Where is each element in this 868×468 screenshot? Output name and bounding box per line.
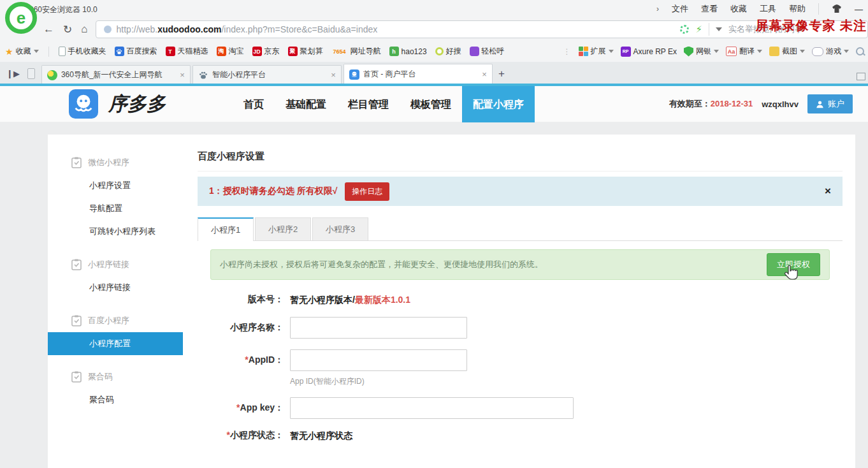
- skin-theme-icon[interactable]: [832, 4, 842, 13]
- main-content: 百度小程序设置 1：授权时请务必勾选 所有权限√ 操作日志 × 小程序1 小程序…: [183, 135, 855, 468]
- browser-titlebar: 360安全浏览器 10.0 › 文件 查看 收藏 工具 帮助 —: [0, 0, 868, 18]
- toolbar-netbank[interactable]: 网银: [684, 46, 719, 57]
- new-tab-button[interactable]: +: [498, 68, 505, 80]
- caret-down-icon: [714, 50, 719, 53]
- bookmark-7654-nav[interactable]: 7654 网址导航: [331, 46, 381, 57]
- bookmark-mobile-favorites[interactable]: 手机收藏夹: [59, 46, 106, 57]
- tab-miniprogram-2[interactable]: 小程序2: [255, 217, 311, 240]
- appid-input[interactable]: [290, 349, 467, 371]
- nav-column-mgmt[interactable]: 栏目管理: [337, 86, 400, 122]
- caret-down-icon: [34, 50, 39, 53]
- close-icon[interactable]: ×: [180, 70, 185, 80]
- notice-text: 1：授权时请务必勾选 所有权限√: [209, 186, 337, 197]
- menu-view[interactable]: 查看: [701, 3, 718, 15]
- bookmark-jd[interactable]: JD 京东: [252, 46, 280, 57]
- panel-toggle-icon[interactable]: ❙▶: [6, 69, 20, 78]
- operation-log-button[interactable]: 操作日志: [345, 182, 389, 201]
- toolbar-axure[interactable]: RP Axure RP Ex: [621, 47, 677, 57]
- sidebar-section-links: 小程序链接: [48, 253, 183, 276]
- caret-down-icon: [609, 50, 614, 53]
- sidebar-item-aggregate-code[interactable]: 聚合码: [48, 388, 183, 411]
- hao123-icon: h: [389, 47, 399, 56]
- speed-bolt-icon[interactable]: ⚡: [695, 24, 702, 35]
- back-button[interactable]: ←: [43, 23, 54, 36]
- caret-down-icon: [757, 50, 762, 53]
- appkey-input[interactable]: [290, 397, 574, 419]
- divider: [48, 47, 49, 57]
- bookmark-taobao[interactable]: 淘 淘宝: [217, 46, 244, 57]
- bookmark-hao123[interactable]: h hao123: [389, 47, 427, 56]
- bookmark-qingsonghu[interactable]: 轻松呼: [470, 46, 505, 57]
- divider: [709, 23, 709, 36]
- toolbar-screenshot[interactable]: 截图: [769, 46, 805, 57]
- xuduoduo-favicon: [349, 69, 359, 80]
- menu-help[interactable]: 帮助: [789, 3, 806, 15]
- sidebar-item-miniprogram-link[interactable]: 小程序链接: [48, 276, 183, 299]
- menu-favorites[interactable]: 收藏: [730, 3, 747, 15]
- tab-merchant-platform[interactable]: 首页 - 商户平台 ×: [344, 64, 493, 84]
- address-bar[interactable]: http://web.xudoodoo.com/index.php?m=Stor…: [96, 20, 868, 38]
- favorites-button[interactable]: ★ 收藏: [5, 46, 39, 57]
- mobile-view-icon[interactable]: [27, 68, 35, 79]
- page-title: 百度小程序设置: [198, 150, 843, 172]
- sidebar-item-nav-config[interactable]: 导航配置: [48, 197, 183, 220]
- nav-basic-config[interactable]: 基础配置: [275, 86, 337, 122]
- refresh-button[interactable]: ↻: [63, 23, 72, 36]
- caret-down-icon: [844, 50, 849, 53]
- extensions-icon: [579, 47, 588, 56]
- miniprogram-name-input[interactable]: [290, 317, 467, 339]
- tab-bar: ❙▶ 360导航_新一代安全上网导航 × 智能小程序平台 × 首页 - 商户平台…: [0, 62, 868, 84]
- haosou-icon: [435, 47, 444, 55]
- expiry-date: 2018-12-31: [711, 99, 753, 108]
- menu-file[interactable]: 文件: [672, 3, 688, 15]
- toolbar-translate[interactable]: Aa 翻译: [726, 46, 762, 57]
- screenshot-icon: [769, 47, 779, 56]
- sidebar-section-aggregate-code: 聚合码: [48, 365, 183, 388]
- account-button[interactable]: 账户: [807, 94, 853, 113]
- bank-shield-icon: [684, 47, 693, 57]
- bookmark-haosou[interactable]: 好搜: [435, 46, 461, 57]
- bookmark-juhuasuan[interactable]: 聚 聚划算: [288, 46, 323, 57]
- site-info-icon[interactable]: [104, 26, 112, 33]
- 7654-icon: 7654: [331, 47, 348, 56]
- sidebar-item-miniprogram-config[interactable]: 小程序配置: [48, 332, 183, 355]
- tab-miniprogram-1[interactable]: 小程序1: [198, 217, 254, 241]
- bookmark-tmall[interactable]: T 天猫精选: [166, 46, 208, 57]
- phone-icon: [59, 47, 66, 56]
- nav-home[interactable]: 首页: [233, 86, 275, 122]
- url-text[interactable]: http://web.xudoodoo.com/index.php?m=Stor…: [117, 24, 378, 34]
- search-icon[interactable]: [856, 47, 864, 55]
- nav-configure-miniprogram[interactable]: 配置小程序: [462, 86, 535, 122]
- menu-tools[interactable]: 工具: [760, 3, 776, 15]
- close-icon[interactable]: ×: [482, 69, 487, 79]
- clipboard-check-icon: [71, 371, 82, 383]
- 360nav-favicon: [47, 70, 57, 80]
- bookmark-baidu-search[interactable]: 百度搜索: [115, 46, 157, 57]
- sidebar-item-miniprogram-settings[interactable]: 小程序设置: [48, 174, 183, 197]
- toolbar-extensions[interactable]: 扩展: [579, 46, 614, 57]
- toolbar-games[interactable]: 游戏: [812, 46, 849, 57]
- extension-flower-icon[interactable]: [680, 25, 689, 34]
- authorization-alert: 小程序尚未授权，授权后将可避免复杂的配置，并能更安全、更便捷地使用我们的系统。 …: [210, 249, 830, 280]
- close-icon[interactable]: ×: [825, 185, 831, 198]
- nav-template-mgmt[interactable]: 模板管理: [400, 86, 462, 122]
- authorize-now-button[interactable]: 立即授权: [767, 253, 820, 276]
- clipboard-check-icon: [71, 157, 82, 168]
- tab-smart-miniprogram[interactable]: 智能小程序平台 ×: [192, 65, 342, 84]
- home-button[interactable]: ⌂: [81, 23, 87, 36]
- person-icon: [816, 100, 824, 108]
- menu-expander-icon[interactable]: ›: [656, 4, 659, 13]
- tab-miniprogram-3[interactable]: 小程序3: [312, 217, 368, 240]
- permission-notice: 1：授权时请务必勾选 所有权限√ 操作日志 ×: [198, 177, 843, 206]
- minimize-button[interactable]: —: [855, 4, 863, 14]
- close-icon[interactable]: ×: [331, 70, 336, 80]
- chevron-down-icon[interactable]: [716, 27, 722, 31]
- mouse-cursor-icon: [784, 264, 798, 282]
- brand[interactable]: 序多多: [69, 89, 166, 119]
- sidebar-item-jumpable-list[interactable]: 可跳转小程序列表: [48, 220, 183, 243]
- brand-name: 序多多: [108, 91, 166, 117]
- star-icon: ★: [5, 47, 13, 57]
- tab-360-nav[interactable]: 360导航_新一代安全上网导航 ×: [41, 65, 191, 84]
- restore-window-icon[interactable]: [857, 73, 865, 80]
- taobao-icon: 淘: [217, 47, 226, 56]
